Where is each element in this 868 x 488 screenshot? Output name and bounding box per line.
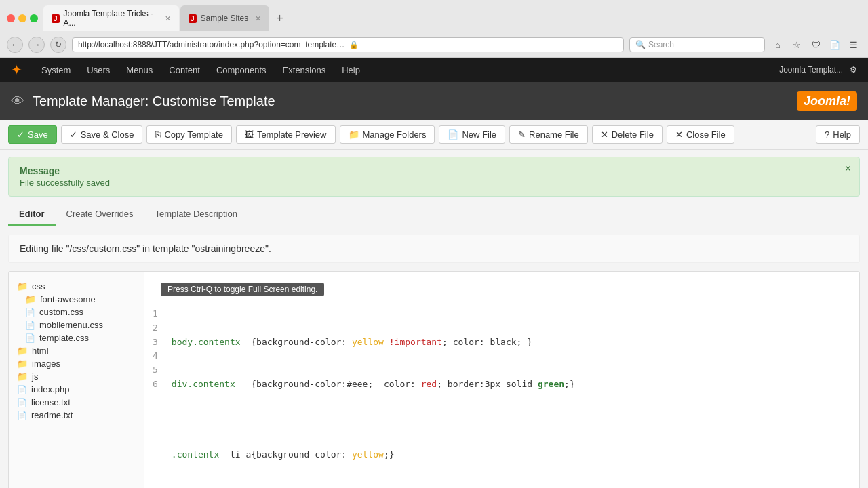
message-title: Message bbox=[20, 165, 848, 176]
tab2-favicon: J bbox=[189, 14, 197, 23]
forward-button[interactable]: → bbox=[28, 37, 45, 53]
tree-file-customcss[interactable]: 📄 custom.css bbox=[14, 306, 138, 319]
save-close-icon: ✓ bbox=[70, 129, 77, 140]
manage-folders-button[interactable]: 📁 Manage Folders bbox=[340, 125, 435, 144]
nav-extensions[interactable]: Extensions bbox=[275, 58, 334, 82]
tree-folder-html[interactable]: 📁 html bbox=[14, 344, 138, 357]
tab1-label: Joomla Template Tricks - A... bbox=[64, 9, 158, 28]
minimize-dot[interactable] bbox=[18, 14, 26, 22]
tree-file-templatecss[interactable]: 📄 template.css bbox=[14, 331, 138, 344]
file-customcss-icon: 📄 bbox=[25, 308, 35, 317]
folder-icon: 📁 bbox=[349, 129, 359, 140]
tab2-label: Sample Sites bbox=[201, 14, 249, 23]
tree-folder-images[interactable]: 📁 images bbox=[14, 357, 138, 370]
help-icon: ? bbox=[825, 129, 829, 140]
joomla-main-nav: System Users Menus Content Components Ex… bbox=[33, 58, 779, 82]
tab-template-description[interactable]: Template Description bbox=[144, 203, 248, 226]
code-content[interactable]: 1 2 3 4 5 6 body.contentx {background-co… bbox=[144, 304, 859, 488]
code-lines[interactable]: body.contentx {background-color: yellow … bbox=[166, 307, 859, 488]
username-link[interactable]: Joomla Templat... bbox=[779, 65, 843, 75]
tree-file-mobilemenucss[interactable]: 📄 mobilemenu.css bbox=[14, 319, 138, 331]
nav-content[interactable]: Content bbox=[161, 58, 208, 82]
delete-file-button[interactable]: ✕ Delete File bbox=[592, 125, 663, 144]
close-icon: ✕ bbox=[675, 129, 683, 140]
tab-2[interactable]: J Sample Sites ✕ bbox=[180, 5, 269, 31]
tab-1[interactable]: J Joomla Template Tricks - A... ✕ bbox=[43, 5, 179, 31]
tab1-favicon: J bbox=[52, 14, 60, 23]
folder-css-icon: 📁 bbox=[17, 281, 28, 291]
address-text: http://localhost:8888/JTT/administrator/… bbox=[78, 40, 347, 49]
toolbar: ✓ Save ✓ Save & Close ⎘ Copy Template 🖼 … bbox=[0, 120, 868, 150]
folder-images-icon: 📁 bbox=[17, 359, 28, 369]
save-icon: ✓ bbox=[17, 129, 24, 140]
close-file-button[interactable]: ✕ Close File bbox=[667, 125, 734, 144]
reader-icon[interactable]: 📄 bbox=[827, 37, 842, 52]
tree-folder-fontawesome[interactable]: 📁 font-awesome bbox=[14, 293, 138, 306]
tab-bar: Editor Create Overrides Template Descrip… bbox=[0, 203, 868, 226]
browser-nav-icons: ⌂ ☆ 🛡 📄 ☰ bbox=[770, 37, 861, 52]
tab-create-overrides[interactable]: Create Overrides bbox=[56, 203, 144, 226]
tree-js-label: js bbox=[32, 371, 38, 382]
tree-file-licensetxt[interactable]: 📄 license.txt bbox=[14, 396, 138, 409]
joomla-nav-right: Joomla Templat... ⚙ bbox=[779, 65, 857, 75]
nav-users[interactable]: Users bbox=[79, 58, 118, 82]
joomla-logo: Joomla! bbox=[797, 92, 857, 111]
search-placeholder: Search bbox=[648, 40, 674, 49]
window-controls[interactable] bbox=[7, 14, 38, 22]
save-button[interactable]: ✓ Save bbox=[8, 125, 57, 144]
line-numbers: 1 2 3 4 5 6 bbox=[144, 307, 166, 488]
file-indexphp-icon: 📄 bbox=[17, 385, 27, 394]
message-close-button[interactable]: × bbox=[845, 163, 851, 175]
search-icon: 🔍 bbox=[635, 40, 646, 49]
tree-file-indexphp[interactable]: 📄 index.php bbox=[14, 383, 138, 396]
browser-tabs: J Joomla Template Tricks - A... ✕ J Samp… bbox=[43, 5, 861, 31]
page-title: Template Manager: Customise Template bbox=[33, 94, 789, 109]
tab1-close[interactable]: ✕ bbox=[165, 14, 171, 23]
address-lock: 🔒 bbox=[349, 41, 618, 49]
template-preview-button[interactable]: 🖼 Template Preview bbox=[236, 125, 336, 144]
shield-icon[interactable]: 🛡 bbox=[808, 37, 823, 52]
copy-icon: ⎘ bbox=[155, 129, 161, 140]
code-hint: Press Ctrl-Q to toggle Full Screen editi… bbox=[161, 283, 324, 296]
address-bar[interactable]: http://localhost:8888/JTT/administrator/… bbox=[72, 37, 624, 52]
code-editor[interactable]: Press Ctrl-Q to toggle Full Screen editi… bbox=[144, 272, 859, 488]
nav-components[interactable]: Components bbox=[208, 58, 275, 82]
search-bar[interactable]: 🔍 Search bbox=[629, 37, 765, 52]
close-dot[interactable] bbox=[7, 14, 15, 22]
file-tree: 📁 css 📁 font-awesome 📄 custom.css 📄 mobi… bbox=[9, 272, 144, 488]
browser-nav: ← → ↻ http://localhost:8888/JTT/administ… bbox=[0, 34, 868, 57]
menu-icon[interactable]: ☰ bbox=[846, 37, 861, 52]
tree-readme-label: readme.txt bbox=[31, 410, 73, 420]
nav-help[interactable]: Help bbox=[334, 58, 368, 82]
code-line-2: div.contentx {background-color:#eee; col… bbox=[172, 378, 854, 392]
home-icon[interactable]: ⌂ bbox=[770, 37, 785, 52]
nav-menus[interactable]: Menus bbox=[118, 58, 161, 82]
back-button[interactable]: ← bbox=[7, 37, 23, 53]
tab-editor[interactable]: Editor bbox=[8, 203, 56, 226]
joomla-star-logo: ✦ bbox=[11, 62, 22, 78]
maximize-dot[interactable] bbox=[30, 14, 38, 22]
tree-file-readmetxt[interactable]: 📄 readme.txt bbox=[14, 409, 138, 422]
file-mobilemenu-icon: 📄 bbox=[25, 321, 35, 330]
tree-fontawesome-label: font-awesome bbox=[40, 294, 96, 304]
refresh-button[interactable]: ↻ bbox=[50, 37, 66, 53]
editing-info: Editing file "/css/custom.css" in templa… bbox=[8, 235, 860, 263]
help-button[interactable]: ? Help bbox=[816, 125, 860, 144]
preview-icon: 🖼 bbox=[245, 129, 254, 140]
rename-file-button[interactable]: ✎ Rename File bbox=[509, 125, 588, 144]
tree-license-label: license.txt bbox=[31, 397, 71, 407]
folder-html-icon: 📁 bbox=[17, 346, 28, 356]
file-templatecss-icon: 📄 bbox=[25, 333, 35, 343]
save-close-button[interactable]: ✓ Save & Close bbox=[61, 125, 143, 144]
copy-template-button[interactable]: ⎘ Copy Template bbox=[146, 125, 231, 144]
new-tab-button[interactable]: + bbox=[271, 5, 289, 31]
new-file-button[interactable]: 📄 New File bbox=[439, 125, 505, 144]
tab2-close[interactable]: ✕ bbox=[255, 14, 261, 23]
star-icon[interactable]: ☆ bbox=[789, 37, 804, 52]
settings-icon[interactable]: ⚙ bbox=[850, 65, 857, 75]
tree-mobilemenu-label: mobilemenu.css bbox=[39, 320, 103, 330]
nav-system[interactable]: System bbox=[33, 58, 79, 82]
tree-folder-js[interactable]: 📁 js bbox=[14, 370, 138, 383]
tree-folder-css[interactable]: 📁 css bbox=[14, 280, 138, 293]
eye-icon: 👁 bbox=[11, 94, 24, 109]
